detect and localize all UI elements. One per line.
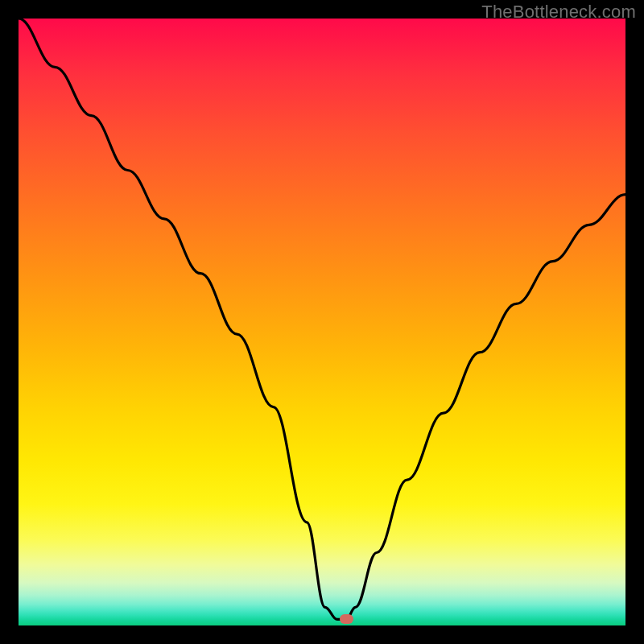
bottleneck-curve [19,19,625,625]
chart-frame: TheBottleneck.com [0,0,644,644]
watermark-text: TheBottleneck.com [481,2,636,23]
plot-area [19,19,625,625]
optimum-marker [340,614,353,624]
